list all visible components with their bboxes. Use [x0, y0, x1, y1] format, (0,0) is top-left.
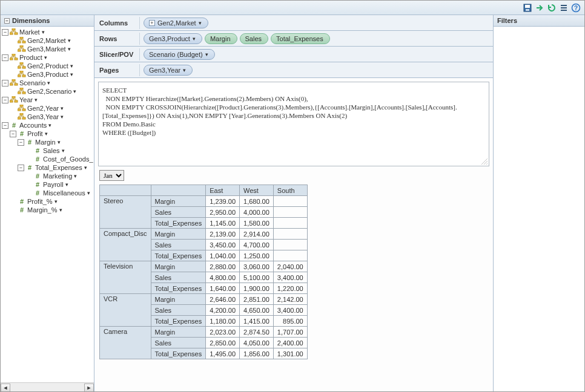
tree-node[interactable]: Gen3,Product▾ [1, 70, 94, 79]
horizontal-scrollbar[interactable]: ◄ ► [1, 382, 94, 392]
chevron-down-icon[interactable]: ▾ [193, 36, 196, 42]
measure-header[interactable]: Sales [151, 272, 206, 283]
data-cell[interactable]: 2,914.00 [240, 229, 274, 240]
product-header[interactable]: Compact_Disc [100, 229, 151, 261]
data-cell[interactable]: 3,400.00 [273, 305, 307, 316]
chevron-down-icon[interactable]: ▾ [87, 190, 90, 196]
tree-node[interactable]: −Scenario▾ [1, 79, 94, 87]
chevron-down-icon[interactable]: ▾ [59, 207, 62, 213]
data-cell[interactable]: 2,874.50 [240, 327, 274, 338]
data-cell[interactable]: 5,100.00 [240, 272, 274, 283]
tree-node-label[interactable]: Gen2,Year [27, 105, 59, 112]
tree-node[interactable]: Gen3,Market▾ [1, 45, 94, 53]
data-cell[interactable]: 4,050.00 [240, 338, 274, 348]
data-cell[interactable]: 2,142.00 [273, 294, 307, 305]
measure-header[interactable]: Margin [151, 327, 206, 338]
data-cell[interactable] [273, 207, 307, 218]
pill-scenario-budget-[interactable]: Scenario (Budget)▾ [144, 49, 215, 60]
collapse-icon[interactable]: − [4, 18, 10, 24]
tree-node[interactable]: #Margin_%▾ [1, 206, 94, 214]
tree-node-label[interactable]: Accounts [19, 122, 47, 129]
tree-toggle-icon[interactable]: − [2, 29, 8, 36]
save-icon[interactable] [523, 3, 532, 13]
chevron-down-icon[interactable]: ▾ [65, 181, 68, 188]
chevron-down-icon[interactable]: ▾ [70, 63, 73, 69]
data-cell[interactable]: 1,145.00 [206, 218, 240, 229]
col-header[interactable]: East [206, 185, 240, 196]
tree-node[interactable]: #Marketing▾ [1, 172, 94, 180]
data-cell[interactable]: 4,000.00 [240, 207, 274, 218]
data-cell[interactable]: 1,239.00 [206, 196, 240, 207]
tree-node[interactable]: Gen2,Scenario▾ [1, 87, 94, 96]
chevron-down-icon[interactable]: ▾ [48, 122, 51, 128]
data-cell[interactable] [273, 196, 307, 207]
tree-toggle-icon[interactable]: − [2, 122, 8, 129]
tree-node[interactable]: −#Accounts▾ [1, 121, 94, 129]
chevron-down-icon[interactable]: ▾ [84, 165, 87, 171]
data-cell[interactable]: 1,495.00 [206, 348, 240, 359]
tree-node-label[interactable]: Total_Expenses [35, 164, 82, 171]
tree-node-label[interactable]: Market [19, 28, 40, 36]
data-cell[interactable]: 2,646.00 [206, 294, 240, 305]
pill-gen3-product[interactable]: Gen3,Product▾ [144, 33, 202, 44]
tree-node[interactable]: −#Total_Expenses▾ [1, 163, 94, 172]
measure-header[interactable]: Sales [151, 338, 206, 348]
data-cell[interactable] [273, 229, 307, 240]
scroll-left-icon[interactable]: ◄ [1, 384, 10, 392]
help-icon[interactable]: ? [571, 3, 581, 13]
measure-header[interactable]: Margin [151, 261, 206, 272]
tree-node-label[interactable]: Profit [27, 130, 43, 137]
chevron-down-icon[interactable]: ▾ [68, 46, 71, 52]
pill-sales[interactable]: Sales [240, 33, 269, 44]
chevron-down-icon[interactable]: ▾ [183, 67, 186, 73]
tree-node-label[interactable]: Margin_% [27, 206, 58, 214]
axis-drop-zone[interactable]: Gen3,Product▾MarginSalesTotal_Expenses [140, 31, 493, 46]
chevron-down-icon[interactable]: ▾ [62, 148, 65, 154]
chevron-down-icon[interactable]: ▾ [61, 114, 64, 120]
chevron-down-icon[interactable]: ▾ [55, 198, 58, 204]
data-cell[interactable]: 2,880.00 [206, 261, 240, 272]
chevron-down-icon[interactable]: ▾ [205, 51, 208, 57]
data-cell[interactable]: 1,680.00 [240, 196, 274, 207]
col-header[interactable]: West [240, 185, 274, 196]
measure-header[interactable]: Sales [151, 305, 206, 316]
chevron-down-icon[interactable]: ▾ [61, 105, 64, 111]
chevron-down-icon[interactable]: ▾ [73, 88, 76, 94]
axis-drop-zone[interactable]: +Gen2,Market▾ [140, 16, 493, 30]
data-cell[interactable]: 4,700.00 [240, 240, 274, 250]
data-cell[interactable]: 4,800.00 [206, 272, 240, 283]
measure-header[interactable]: Total_Expenses [151, 316, 206, 327]
data-cell[interactable] [273, 240, 307, 250]
tree-node[interactable]: −#Margin▾ [1, 138, 94, 146]
data-cell[interactable]: 895.00 [273, 316, 307, 327]
tree-node[interactable]: −Product▾ [1, 53, 94, 62]
tree-node-label[interactable]: Year [19, 96, 33, 103]
measure-header[interactable]: Total_Expenses [151, 283, 206, 294]
chevron-down-icon[interactable]: ▾ [70, 71, 73, 77]
data-cell[interactable]: 1,250.00 [240, 250, 274, 261]
chevron-down-icon[interactable]: ▾ [199, 20, 202, 26]
scroll-right-icon[interactable]: ► [84, 384, 94, 392]
data-cell[interactable]: 1,415.00 [240, 316, 274, 327]
measure-header[interactable]: Sales [151, 240, 206, 250]
chevron-down-icon[interactable]: ▾ [45, 131, 48, 137]
arrow-right-icon[interactable] [535, 3, 544, 13]
measure-header[interactable]: Total_Expenses [151, 218, 206, 229]
measure-header[interactable]: Margin [151, 294, 206, 305]
data-cell[interactable]: 2,851.00 [240, 294, 274, 305]
chevron-down-icon[interactable]: ▾ [44, 54, 47, 60]
data-cell[interactable]: 1,640.00 [206, 283, 240, 294]
page-select[interactable]: Jan [99, 170, 124, 181]
data-cell[interactable]: 2,950.00 [206, 207, 240, 218]
tree-toggle-icon[interactable]: − [10, 131, 16, 137]
data-cell[interactable]: 2,023.00 [206, 327, 240, 338]
data-cell[interactable]: 3,450.00 [206, 240, 240, 250]
tree-node[interactable]: −Market▾ [1, 28, 94, 36]
data-cell[interactable] [273, 250, 307, 261]
tree-node[interactable]: Gen3,Year▾ [1, 113, 94, 121]
tree-node[interactable]: #Miscellaneous▾ [1, 189, 94, 197]
tree-node-label[interactable]: Sales [43, 147, 60, 154]
chevron-down-icon[interactable]: ▾ [58, 139, 61, 145]
data-cell[interactable]: 2,400.00 [273, 338, 307, 348]
data-cell[interactable]: 1,856.00 [240, 348, 274, 359]
